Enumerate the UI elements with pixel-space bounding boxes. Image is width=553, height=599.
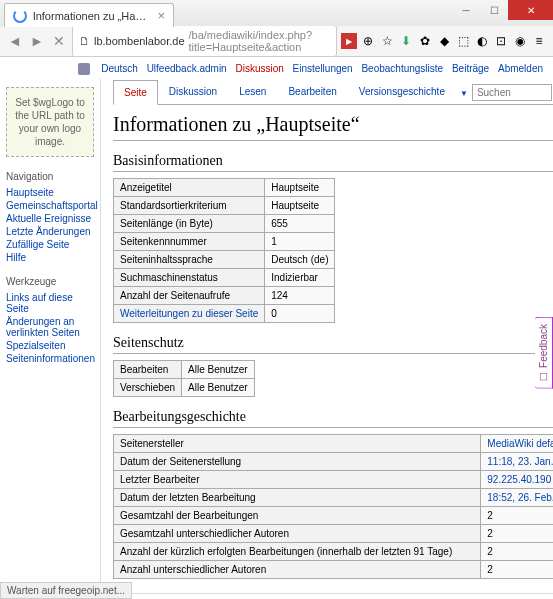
sidebar-item[interactable]: Links auf diese Seite: [6, 291, 94, 315]
user-link[interactable]: 92.225.40.190: [487, 474, 551, 485]
protection-table: BearbeitenAlle Benutzer VerschiebenAlle …: [113, 360, 255, 397]
redirects-link[interactable]: Weiterleitungen zu dieser Seite: [120, 308, 258, 319]
table-row: Weiterleitungen zu dieser Seite0: [114, 305, 335, 323]
tab-bar: Informationen zu „Haupts × ─ ☐ ✕: [0, 0, 553, 26]
search-input[interactable]: [472, 84, 552, 101]
tab-history[interactable]: Versionsgeschichte: [348, 79, 456, 104]
footer: Datenschutz Über Test Impressum Powered …: [113, 593, 553, 599]
close-button[interactable]: ✕: [508, 0, 553, 20]
minimize-button[interactable]: ─: [452, 0, 480, 20]
menu-icon[interactable]: ≡: [531, 33, 547, 49]
ext-icon[interactable]: ◐: [474, 33, 490, 49]
ext-icon[interactable]: ▶: [341, 33, 357, 49]
tab-read[interactable]: Lesen: [228, 79, 277, 104]
loading-icon: [13, 9, 27, 23]
table-row: Anzahl unterschiedlicher Autoren2: [114, 561, 554, 579]
user-link[interactable]: MediaWiki default: [487, 438, 553, 449]
basic-info-table: AnzeigetitelHauptseite Standardsortierkr…: [113, 178, 335, 323]
main-content: Seite Diskussion Lesen Bearbeiten Versio…: [100, 79, 553, 599]
sidebar: Set $wgLogo to the URL path to your own …: [0, 79, 100, 599]
reload-button[interactable]: ✕: [50, 32, 68, 50]
globe-icon: 🗋: [79, 35, 90, 47]
section-heading: Bearbeitungsgeschichte: [113, 409, 553, 428]
table-row: SeitenerstellerMediaWiki default (Diskus…: [114, 435, 554, 453]
forward-button[interactable]: ►: [28, 32, 46, 50]
table-row: SuchmaschinenstatusIndizierbar: [114, 269, 335, 287]
user-icon: [78, 63, 90, 75]
status-bar: Warten auf freegeoip.net...: [0, 582, 132, 599]
tab-title: Informationen zu „Haupts: [33, 10, 152, 22]
ext-icon[interactable]: ⊕: [360, 33, 376, 49]
page-title: Informationen zu „Hauptseite“: [113, 113, 553, 141]
ext-icon[interactable]: ✿: [417, 33, 433, 49]
ext-icon[interactable]: ☆: [379, 33, 395, 49]
address-bar: ◄ ► ✕ 🗋 lb.bombenlabor.de/ba/mediawiki/i…: [0, 26, 553, 56]
table-row: Letzter Bearbeiter92.225.40.190 (Diskuss…: [114, 471, 554, 489]
table-row: Gesamtzahl der Bearbeitungen2: [114, 507, 554, 525]
discussion-link[interactable]: Diskussion: [235, 63, 283, 74]
user-link[interactable]: Ulfeedback.admin: [147, 63, 227, 74]
tab-page[interactable]: Seite: [113, 80, 158, 105]
ext-icon[interactable]: ◉: [512, 33, 528, 49]
user-links: Deutsch Ulfeedback.admin Diskussion Eins…: [0, 57, 553, 79]
table-row: Seitenkennnummer1: [114, 233, 335, 251]
close-icon[interactable]: ×: [157, 8, 165, 23]
url-input[interactable]: 🗋 lb.bombenlabor.de/ba/mediawiki/index.p…: [72, 25, 337, 57]
ext-icon[interactable]: ⊡: [493, 33, 509, 49]
section-heading: Seitenschutz: [113, 335, 553, 354]
ext-icon[interactable]: ⬚: [455, 33, 471, 49]
sidebar-item[interactable]: Letzte Änderungen: [6, 225, 94, 238]
contribs-link[interactable]: Beiträge: [452, 63, 489, 74]
table-row: BearbeitenAlle Benutzer: [114, 361, 255, 379]
sidebar-item[interactable]: Hauptseite: [6, 186, 94, 199]
lang-link[interactable]: Deutsch: [101, 63, 138, 74]
sidebar-item[interactable]: Änderungen an verlinkten Seiten: [6, 315, 94, 339]
table-row: AnzeigetitelHauptseite: [114, 179, 335, 197]
table-row: Anzahl der kürzlich erfolgten Bearbeitun…: [114, 543, 554, 561]
ext-icon[interactable]: ⬇: [398, 33, 414, 49]
sidebar-item[interactable]: Spezialseiten: [6, 339, 94, 352]
table-row: Seitenlänge (in Byte)655: [114, 215, 335, 233]
logo-placeholder: Set $wgLogo to the URL path to your own …: [6, 87, 94, 157]
date-link[interactable]: 11:18, 23. Jan. 2013: [487, 456, 553, 467]
date-link[interactable]: 18:52, 26. Feb. 2013: [487, 492, 553, 503]
more-dropdown[interactable]: ▼: [456, 83, 472, 104]
watchlist-link[interactable]: Beobachtungsliste: [361, 63, 443, 74]
table-row: VerschiebenAlle Benutzer: [114, 379, 255, 397]
sidebar-item[interactable]: Hilfe: [6, 251, 94, 264]
sidebar-item[interactable]: Zufällige Seite: [6, 238, 94, 251]
nav-heading: Navigation: [6, 171, 94, 182]
prefs-link[interactable]: Einstellungen: [293, 63, 353, 74]
sidebar-item[interactable]: Aktuelle Ereignisse: [6, 212, 94, 225]
table-row: Anzahl der Seitenaufrufe124: [114, 287, 335, 305]
sidebar-item[interactable]: Seiteninformationen: [6, 352, 94, 365]
table-row: SeiteninhaltsspracheDeutsch (de): [114, 251, 335, 269]
table-row: Datum der Seitenerstellung11:18, 23. Jan…: [114, 453, 554, 471]
history-table: SeitenerstellerMediaWiki default (Diskus…: [113, 434, 553, 579]
section-heading: Basisinformationen: [113, 153, 553, 172]
table-row: StandardsortierkriteriumHauptseite: [114, 197, 335, 215]
feedback-tab[interactable]: ☐ Feedback: [535, 317, 553, 389]
maximize-button[interactable]: ☐: [480, 0, 508, 20]
browser-tab[interactable]: Informationen zu „Haupts ×: [4, 3, 174, 27]
back-button[interactable]: ◄: [6, 32, 24, 50]
nav-heading: Werkzeuge: [6, 276, 94, 287]
tab-discussion[interactable]: Diskussion: [158, 79, 228, 104]
table-row: Gesamtzahl unterschiedlicher Autoren2: [114, 525, 554, 543]
logout-link[interactable]: Abmelden: [498, 63, 543, 74]
tab-edit[interactable]: Bearbeiten: [277, 79, 347, 104]
sidebar-item[interactable]: Gemeinschaftsportal: [6, 199, 94, 212]
ext-icon[interactable]: ◆: [436, 33, 452, 49]
extension-icons: ▶ ⊕ ☆ ⬇ ✿ ◆ ⬚ ◐ ⊡ ◉ ≡: [341, 33, 547, 49]
table-row: Datum der letzten Bearbeitung18:52, 26. …: [114, 489, 554, 507]
